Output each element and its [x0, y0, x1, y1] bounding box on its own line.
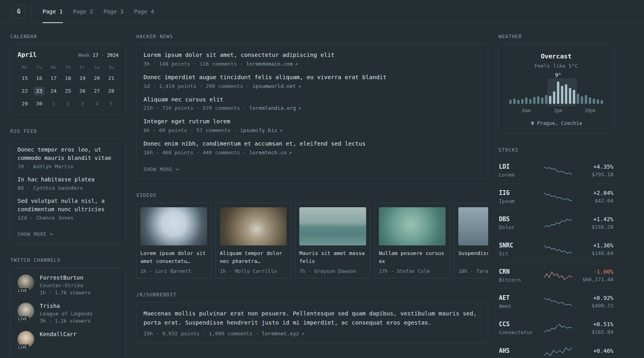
live-badge: LIVE [16, 288, 29, 294]
stock-price: $66,171.48 [577, 276, 613, 282]
stock-change: +1.36% [577, 242, 613, 249]
hn-show-more-button[interactable]: SHOW MORE [144, 167, 179, 172]
rss-item: Sed volutpat nulla nisl, a condimentum n… [17, 197, 118, 221]
rss-show-more-button[interactable]: SHOW MORE [17, 232, 53, 237]
calendar-header: April Week 17 · 2024 [17, 51, 118, 58]
hn-item-title[interactable]: Donec enim nibh, condimentum et accumsan… [144, 140, 481, 148]
video-title[interactable]: Nullam posuere cursus ex [379, 249, 446, 266]
subreddit-card: Maecenas mollis pulvinar erat non posuer… [136, 302, 488, 343]
hn-item: Donec enim nibh, condimentum et accumsan… [144, 140, 481, 156]
video-title[interactable]: Mauris sit amet massa felis [299, 249, 366, 266]
twitch-channel[interactable]: LIVE Trisha League of Legends 3h · 1.2k … [17, 303, 118, 324]
video-card[interactable]: Nullam posuere cursus ex 17h · Stefan Co… [374, 203, 450, 278]
video-thumbnail[interactable] [140, 207, 207, 245]
app-logo[interactable]: G [12, 5, 25, 18]
middle-column: HACKER NEWS Lorem ipsum dolor sit amet, … [136, 34, 488, 358]
weather-peak-label: 9° [555, 72, 561, 78]
stock-sparkline [544, 323, 572, 333]
subreddit-post-text[interactable]: Maecenas mollis pulvinar erat non posuer… [144, 310, 477, 326]
tab-page-1[interactable]: Page 1 [37, 0, 68, 23]
hn-domain-link[interactable]: loremtech.co↗ [249, 150, 292, 156]
stock-price: $165.84 [577, 329, 613, 335]
rss-item-title[interactable]: In hac habitasse platea [17, 176, 95, 183]
rss-item-meta: 12d · Chance Jones [17, 215, 118, 221]
video-meta: 18h · Tara [458, 268, 488, 274]
calendar-day: 25 [61, 87, 75, 95]
twitch-channel[interactable]: LIVE ForrestBurton Counter-Strike 1h · 1… [17, 274, 118, 296]
video-thumbnail[interactable] [379, 207, 446, 245]
video-carousel[interactable]: Lorem ipsum dolor sit amet consectetu… 1… [136, 203, 488, 278]
hn-domain-link[interactable]: ipsumify.biz↗ [240, 127, 283, 133]
video-card[interactable]: Mauris sit amet massa felis 7h · Grayson… [295, 203, 370, 278]
subreddit-domain-link[interactable]: loremnet.xyz↗ [262, 331, 304, 337]
stock-row[interactable]: CCSConsectetur +0.51%$165.84 [498, 315, 614, 341]
hn-item: Integer eget rutrum lorem 6h · 60 points… [144, 117, 481, 133]
live-badge: LIVE [16, 344, 29, 350]
tab-label: Page 1 [43, 8, 63, 15]
stock-name: Consectetur [499, 329, 544, 335]
stock-ticker: CCS [499, 321, 544, 328]
hn-domain-link[interactable]: loremlandia.org↗ [249, 105, 301, 111]
twitch-channel-name[interactable]: ForrestBurton [40, 274, 91, 281]
avatar-container: LIVE [17, 303, 34, 319]
hn-item-title[interactable]: Aliquam nec cursus elit [144, 95, 481, 104]
stock-row[interactable]: IIGIpsum +2.84%$42.04 [498, 184, 614, 210]
calendar-day-selected: 23 [34, 87, 45, 95]
rss-card: Donec tempor eros leo, ut commodo mauris… [10, 139, 126, 244]
avatar-container: LIVE [17, 274, 34, 291]
stock-row[interactable]: AHS +0.46% [498, 341, 614, 358]
rss-item-title[interactable]: Sed volutpat nulla nisl, a condimentum n… [17, 198, 105, 212]
rss-section-title: RSS FEED [10, 128, 126, 134]
stock-sparkline [544, 347, 572, 356]
video-thumbnail[interactable] [458, 207, 488, 245]
stock-sparkline [544, 297, 572, 307]
calendar-day: 17 [47, 74, 61, 83]
video-card[interactable]: Suspendisse diam 18h · Tara [454, 203, 488, 278]
calendar-day: 27 [89, 87, 104, 95]
hn-domain-link[interactable]: ipsumworld.net↗ [252, 83, 301, 89]
stock-row[interactable]: CRNBitcorn -1.00%$66,171.48 [498, 263, 614, 289]
avatar-container: LIVE [17, 331, 34, 348]
video-thumbnail[interactable] [299, 207, 366, 245]
video-thumbnail[interactable] [220, 207, 287, 245]
hn-item-title[interactable]: Donec imperdiet augue tincidunt felis al… [144, 73, 481, 82]
hn-item-meta: 1d · 1,414 points · 299 comments · ipsum… [144, 83, 481, 89]
hacker-news-card: Lorem ipsum dolor sit amet, consectetur … [136, 44, 488, 179]
stock-name: Sit [499, 251, 544, 257]
video-title[interactable]: Lorem ipsum dolor sit amet consectetu… [140, 249, 207, 266]
rss-item: In hac habitasse platea 8d · Cynthia Sau… [17, 175, 118, 191]
hn-item-title[interactable]: Integer eget rutrum lorem [144, 117, 481, 126]
twitch-channel-name[interactable]: KendallCarr [40, 331, 77, 337]
stock-row[interactable]: AETAmet +0.92%$499.72 [498, 289, 614, 315]
rss-item-title[interactable]: Donec tempor eros leo, ut commodo mauris… [17, 146, 111, 161]
hn-item-title[interactable]: Lorem ipsum dolor sit amet, consectetur … [144, 51, 481, 60]
videos-section-title: VIDEOS [136, 193, 488, 198]
external-link-icon: ↗ [298, 105, 301, 111]
stocks-list: LDILorem +4.35%$795.18 IIGIpsum +2.84%$4… [498, 158, 614, 358]
video-title[interactable]: Aliquam tempor dolor nec pharetra… [220, 249, 287, 266]
weekday-label: Tu [32, 65, 46, 70]
video-meta: 17h · Stefan Cole [379, 268, 446, 274]
video-title[interactable]: Suspendisse diam [458, 249, 488, 266]
weather-location-text: Prague, Czechia [537, 120, 582, 126]
twitch-channel-name[interactable]: Trisha [40, 303, 93, 309]
video-card[interactable]: Lorem ipsum dolor sit amet consectetu… 1… [136, 203, 211, 278]
tab-page-3[interactable]: Page 3 [98, 0, 129, 23]
stock-price: $42.04 [577, 198, 613, 204]
twitch-channel[interactable]: LIVE KendallCarr [17, 331, 118, 348]
hn-domain-link[interactable]: loremdomain.com↗ [246, 61, 298, 67]
tab-page-2[interactable]: Page 2 [68, 0, 99, 23]
rss-item: Donec tempor eros leo, ut commodo mauris… [17, 146, 118, 169]
tab-page-4[interactable]: Page 4 [129, 0, 159, 23]
stock-change: +1.42% [577, 216, 613, 222]
stock-row[interactable]: LDILorem +4.35%$795.18 [498, 158, 614, 184]
calendar-day: 22 [17, 87, 32, 95]
video-card[interactable]: Aliquam tempor dolor nec pharetra… 1h · … [215, 203, 291, 278]
calendar-day: 26 [75, 87, 89, 95]
stock-row[interactable]: DBSDolor +1.42%$156.28 [498, 210, 614, 236]
stock-price: $795.18 [577, 171, 613, 177]
stocks-section: STOCKS LDILorem +4.35%$795.18 IIGIpsum +… [498, 147, 614, 358]
stock-change: +0.46% [577, 348, 613, 354]
twitch-channel-game: Counter-Strike [40, 282, 91, 288]
stock-row[interactable]: SNRCSit +1.36%$148.64 [498, 236, 614, 263]
